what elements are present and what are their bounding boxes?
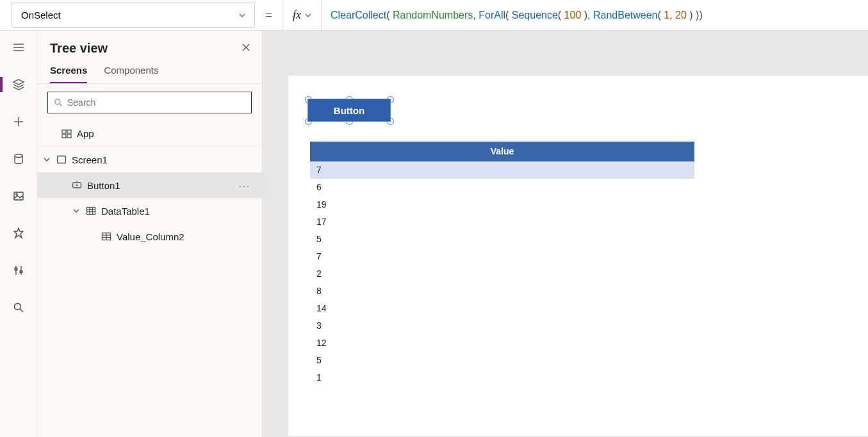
chevron-down-icon [239, 10, 245, 21]
canvas-area: Button Value 76191757281431251 [263, 31, 868, 437]
media-icon[interactable] [10, 187, 28, 205]
svg-rect-27 [87, 208, 95, 215]
svg-marker-3 [13, 79, 24, 85]
table-row[interactable]: 5 [310, 352, 694, 369]
formula-token: , [669, 10, 675, 21]
button-icon [70, 180, 83, 190]
app-icon [60, 129, 73, 139]
panel-tabs: Screens Components [37, 61, 262, 84]
formula-token: ForAll [479, 10, 505, 21]
tree-view-icon[interactable] [10, 76, 28, 94]
formula-token: RandBetween [593, 10, 658, 21]
formula-token: ( [386, 10, 393, 21]
screen-icon [55, 154, 68, 165]
column-icon [100, 231, 113, 242]
table-row[interactable]: 7 [310, 161, 694, 179]
tree-node-screen1[interactable]: Screen1··· [37, 147, 262, 172]
tab-screens[interactable]: Screens [50, 61, 87, 83]
equals-label: = [255, 0, 283, 30]
tree-node-app[interactable]: App··· [37, 121, 262, 147]
tree-node-value_column2[interactable]: Value_Column2··· [37, 224, 262, 249]
table-row[interactable]: 12 [310, 334, 694, 352]
table-icon [85, 206, 97, 216]
formula-token: RandomNumbers [393, 10, 473, 21]
tab-components[interactable]: Components [104, 61, 158, 83]
table-row[interactable]: 1 [310, 369, 694, 386]
formula-token: ( [505, 10, 512, 21]
formula-token: ClearCollect [331, 10, 386, 21]
tree-node-label: DataTable1 [101, 206, 256, 217]
advanced-icon[interactable] [10, 224, 28, 242]
rail-active-indicator [0, 77, 3, 92]
property-name: OnSelect [21, 10, 61, 21]
more-icon[interactable]: ··· [238, 180, 256, 191]
svg-rect-23 [67, 135, 71, 138]
svg-rect-24 [58, 156, 66, 163]
formula-token: ( [658, 10, 664, 21]
search-rail-icon[interactable] [10, 299, 28, 317]
tree-node-button1[interactable]: Button1··· [37, 172, 262, 198]
search-icon [53, 97, 63, 108]
tree-node-label: App [77, 128, 256, 139]
formula-token: , [473, 10, 479, 21]
table-row[interactable]: 8 [310, 283, 694, 300]
chevron-down-icon [305, 10, 311, 21]
svg-rect-22 [62, 135, 66, 138]
formula-bar[interactable]: ClearCollect( RandomNumbers, ForAll( Seq… [322, 0, 868, 30]
svg-point-6 [15, 154, 22, 158]
formula-token: ) )) [687, 10, 703, 21]
table-row[interactable]: 7 [310, 248, 694, 265]
canvas-button-label: Button [334, 105, 364, 116]
svg-rect-21 [67, 130, 71, 133]
property-select[interactable]: OnSelect [12, 3, 255, 28]
table-row[interactable]: 6 [310, 179, 694, 196]
svg-line-19 [60, 104, 62, 106]
tree: App···Screen1···Button1···DataTable1···V… [37, 121, 262, 437]
formula-token: Sequence [512, 10, 558, 21]
canvas-datatable[interactable]: Value 76191757281431251 [310, 142, 694, 386]
tree-node-label: Screen1 [72, 154, 256, 165]
datatable-header[interactable]: Value [310, 142, 694, 161]
table-row[interactable]: 5 [310, 231, 694, 248]
svg-point-18 [55, 99, 60, 104]
svg-marker-9 [14, 228, 23, 238]
svg-point-26 [76, 185, 78, 186]
table-row[interactable]: 17 [310, 213, 694, 231]
chevron-down-icon[interactable] [42, 156, 51, 163]
table-row[interactable]: 19 [310, 196, 694, 213]
search-input[interactable] [67, 97, 246, 108]
canvas-button[interactable]: Button [308, 99, 390, 121]
screen-canvas[interactable]: Button Value 76191757281431251 [288, 76, 868, 436]
settings-icon[interactable] [10, 261, 28, 279]
chevron-down-icon[interactable] [72, 208, 81, 214]
svg-line-15 [20, 309, 23, 313]
table-row[interactable]: 3 [310, 317, 694, 334]
search-input-wrapper[interactable] [47, 92, 252, 113]
hamburger-icon[interactable] [10, 38, 28, 56]
panel-title: Tree view [50, 41, 108, 56]
formula-token: 1 [664, 10, 669, 21]
left-rail [0, 31, 37, 437]
fx-button[interactable]: fx [283, 0, 322, 30]
tree-view-panel: Tree view Screens Components App···Scree… [37, 31, 263, 437]
fx-icon: fx [293, 8, 301, 22]
svg-point-14 [14, 304, 20, 310]
svg-rect-20 [62, 130, 66, 133]
table-row[interactable]: 2 [310, 265, 694, 283]
table-row[interactable]: 14 [310, 300, 694, 317]
svg-point-8 [15, 194, 17, 195]
data-icon[interactable] [10, 150, 28, 168]
tree-node-label: Button1 [87, 180, 238, 191]
formula-token: 100 [564, 10, 582, 21]
formula-token: 20 [675, 10, 687, 21]
formula-token: ( [558, 10, 564, 21]
tree-node-label: Value_Column2 [117, 231, 256, 242]
insert-icon[interactable] [10, 113, 28, 131]
close-icon[interactable] [242, 43, 250, 54]
formula-token: ), [581, 10, 593, 21]
tree-node-datatable1[interactable]: DataTable1··· [37, 198, 262, 224]
